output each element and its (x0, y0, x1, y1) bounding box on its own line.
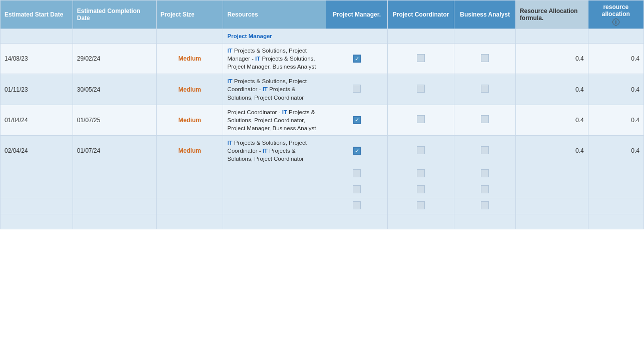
cell-resource-allocation: 0.4 (588, 135, 643, 166)
cell-end-date: 01/07/25 (73, 105, 156, 135)
cell-empty (73, 198, 156, 214)
cell-bottom (73, 214, 156, 229)
checkbox-unchecked[interactable] (417, 85, 425, 93)
checkbox-unchecked[interactable] (417, 146, 425, 154)
cell-bottom (156, 214, 223, 229)
checkbox-unchecked[interactable] (481, 201, 489, 209)
checkbox-unchecked[interactable] (481, 169, 489, 177)
table-row-bottom (1, 214, 644, 229)
cell-project-coordinator (387, 135, 454, 166)
table-row-empty (1, 182, 644, 198)
cell-bottom (387, 214, 454, 229)
cell-start (1, 29, 73, 44)
checkbox-unchecked[interactable] (353, 85, 361, 93)
table-row-partial: Project Manager (1, 29, 644, 44)
cell-resource-formula: 0.4 (515, 135, 588, 166)
checkbox-unchecked[interactable] (353, 169, 361, 177)
info-icon: i (612, 19, 619, 26)
checkbox-checked[interactable]: ✓ (353, 116, 361, 124)
cell-formula-empty (515, 166, 588, 182)
cell-empty (223, 198, 326, 214)
cell-empty (156, 166, 223, 182)
cell-business-analyst (454, 105, 515, 135)
cell-project-size: Medium (156, 135, 223, 166)
cell-size (156, 29, 223, 44)
header-resource-allocation: resource allocation i (588, 1, 643, 29)
cell-pc-empty (387, 198, 454, 214)
header-end-date: Estimated Completion Date (73, 1, 156, 29)
cell-ba-empty (454, 182, 515, 198)
cell-pc (387, 29, 454, 44)
cell-empty (223, 182, 326, 198)
table-row: 02/04/2401/07/24MediumIT Projects & Solu… (1, 135, 644, 166)
cell-bottom (1, 214, 73, 229)
cell-resource-allocation: 0.4 (588, 105, 643, 135)
checkbox-unchecked[interactable] (417, 201, 425, 209)
checkbox-unchecked[interactable] (353, 185, 361, 193)
cell-ra-empty (588, 182, 643, 198)
cell-bottom (326, 214, 387, 229)
checkbox-unchecked[interactable] (417, 169, 425, 177)
checkbox-unchecked[interactable] (481, 185, 489, 193)
cell-resources: IT Projects & Solutions, Project Coordin… (223, 74, 326, 105)
cell-project-manager: ✓ (326, 135, 387, 166)
cell-ra-empty (588, 166, 643, 182)
table-row-empty (1, 198, 644, 214)
cell-end (73, 29, 156, 44)
cell-resource-formula: 0.4 (515, 74, 588, 105)
cell-project-manager (326, 74, 387, 105)
cell-business-analyst (454, 74, 515, 105)
cell-business-analyst (454, 135, 515, 166)
header-project-manager: Project Manager. (326, 1, 387, 29)
cell-resource-allocation: 0.4 (588, 44, 643, 74)
cell-start-date: 14/08/23 (1, 44, 73, 74)
checkbox-unchecked[interactable] (417, 185, 425, 193)
cell-pm (326, 29, 387, 44)
cell-start-date: 02/04/24 (1, 135, 73, 166)
cell-resource-formula: 0.4 (515, 44, 588, 74)
cell-empty (156, 182, 223, 198)
cell-end-date: 29/02/24 (73, 44, 156, 74)
cell-pc-empty (387, 182, 454, 198)
cell-pm-empty (326, 166, 387, 182)
cell-resources: IT Projects & Solutions, Project Manager… (223, 44, 326, 74)
cell-bottom (454, 214, 515, 229)
table-row-empty (1, 166, 644, 182)
cell-ba-empty (454, 198, 515, 214)
cell-pm-empty (326, 182, 387, 198)
checkbox-unchecked[interactable] (481, 54, 489, 62)
cell-start-date: 01/11/23 (1, 74, 73, 105)
cell-empty (73, 182, 156, 198)
cell-project-coordinator (387, 44, 454, 74)
cell-empty (1, 182, 73, 198)
cell-formula-empty (515, 198, 588, 214)
checkbox-unchecked[interactable] (417, 54, 425, 62)
checkbox-checked[interactable]: ✓ (353, 55, 361, 63)
header-business-analyst: Business Analyst (454, 1, 515, 29)
checkbox-unchecked[interactable] (481, 146, 489, 154)
cell-ra (588, 29, 643, 44)
cell-resource-formula: 0.4 (515, 105, 588, 135)
checkbox-unchecked[interactable] (481, 85, 489, 93)
header-project-coordinator: Project Coordinator (387, 1, 454, 29)
header-resource-formula: Resource Allocation formula. (515, 1, 588, 29)
checkbox-unchecked[interactable] (353, 201, 361, 209)
cell-project-size: Medium (156, 105, 223, 135)
checkbox-unchecked[interactable] (417, 115, 425, 123)
cell-empty (223, 166, 326, 182)
checkbox-unchecked[interactable] (481, 115, 489, 123)
cell-formula (515, 29, 588, 44)
cell-project-manager: ✓ (326, 105, 387, 135)
table-row: 14/08/2329/02/24MediumIT Projects & Solu… (1, 44, 644, 74)
cell-ba-empty (454, 166, 515, 182)
cell-empty (156, 198, 223, 214)
cell-resource-allocation: 0.4 (588, 74, 643, 105)
header-resources: Resources (223, 1, 326, 29)
checkbox-checked[interactable]: ✓ (353, 147, 361, 155)
table-row: 01/04/2401/07/25MediumProject Coordinato… (1, 105, 644, 135)
header-project-size: Project Size (156, 1, 223, 29)
cell-formula-empty (515, 182, 588, 198)
cell-empty (1, 166, 73, 182)
cell-project-manager: ✓ (326, 44, 387, 74)
cell-business-analyst (454, 44, 515, 74)
